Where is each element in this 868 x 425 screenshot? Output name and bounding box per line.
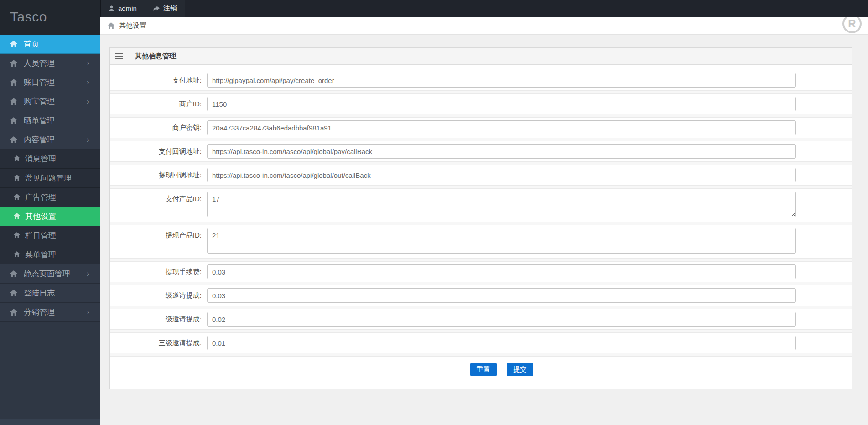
chevron-right-icon: ›	[87, 96, 89, 106]
sidebar-subitem-faq[interactable]: 常见问题管理	[0, 169, 100, 188]
level2-commission-input[interactable]	[207, 312, 796, 327]
withdraw-fee-input[interactable]	[207, 264, 796, 279]
sidebar-item-accounts[interactable]: 账目管理 ›	[0, 73, 100, 92]
home-icon	[10, 136, 17, 143]
row-separator	[110, 114, 852, 118]
app-logo: Tasco	[0, 0, 100, 35]
home-icon	[10, 60, 17, 67]
sidebar-item-label: 其他设置	[25, 211, 56, 222]
home-icon	[14, 251, 20, 258]
row-separator	[110, 329, 852, 333]
sidebar-item-distribution[interactable]: 分销管理 ›	[0, 303, 100, 322]
sidebar-subitem-ads[interactable]: 广告管理	[0, 188, 100, 207]
sidebar-item-home[interactable]: 首页	[0, 35, 100, 54]
sidebar-item-static-pages[interactable]: 静态页面管理 ›	[0, 264, 100, 284]
row-separator	[110, 258, 852, 262]
reset-button[interactable]: 重置	[470, 363, 497, 376]
sidebar: Tasco 首页 人员管理 › 账目管理 › 购宝管理 › 晒单管理 内容管理 …	[0, 0, 100, 425]
home-icon	[10, 117, 17, 124]
pay-callback-input[interactable]	[207, 144, 796, 159]
sidebar-item-personnel[interactable]: 人员管理 ›	[0, 54, 100, 73]
sidebar-item-label: 购宝管理	[24, 96, 55, 107]
user-menu[interactable]: admin	[100, 0, 145, 17]
sidebar-subitem-columns[interactable]: 栏目管理	[0, 226, 100, 245]
field-label: 一级邀请提成:	[110, 288, 207, 303]
sidebar-item-label: 栏目管理	[25, 230, 56, 241]
home-icon	[14, 194, 20, 201]
sidebar-footer	[0, 419, 100, 425]
sidebar-item-label: 首页	[24, 39, 39, 49]
username: admin	[118, 5, 137, 12]
chevron-right-icon: ›	[87, 135, 89, 144]
field-label: 支付回调地址:	[110, 144, 207, 159]
panel-title: 其他信息管理	[128, 48, 176, 64]
field-label: 提现回调地址:	[110, 168, 207, 182]
hamburger-icon	[115, 53, 123, 59]
sidebar-item-label: 消息管理	[25, 154, 56, 164]
sidebar-item-label: 晒单管理	[24, 115, 55, 126]
home-icon	[14, 155, 20, 162]
form-row: 提现手续费:	[110, 262, 852, 282]
row-separator	[110, 161, 852, 165]
chevron-right-icon: ›	[87, 269, 89, 278]
form-row: 商户ID:	[110, 94, 852, 114]
field-label: 支付地址:	[110, 73, 207, 88]
user-icon	[109, 5, 114, 11]
level3-commission-input[interactable]	[207, 336, 796, 350]
pay-address-input[interactable]	[207, 73, 796, 88]
sidebar-subitem-messages[interactable]: 消息管理	[0, 150, 100, 169]
collapse-button[interactable]	[110, 48, 128, 64]
row-separator	[110, 185, 852, 189]
level1-commission-input[interactable]	[207, 288, 796, 303]
button-row: 重置 提交	[207, 357, 796, 379]
field-label: 提现产品ID:	[110, 228, 207, 243]
pay-product-id-textarea[interactable]: 17	[207, 192, 796, 217]
sidebar-item-label: 人员管理	[24, 58, 55, 68]
home-icon	[14, 175, 20, 181]
logout-button[interactable]: 注销	[145, 0, 185, 17]
row-separator	[110, 138, 852, 141]
sidebar-item-label: 分销管理	[24, 307, 55, 317]
sidebar-item-content[interactable]: 内容管理 ›	[0, 130, 100, 150]
merchant-key-input[interactable]	[207, 120, 796, 135]
breadcrumb-title: 其他设置	[119, 21, 146, 30]
form-row: 一级邀请提成:	[110, 285, 852, 306]
chevron-right-icon: ›	[87, 77, 89, 87]
sidebar-item-label: 菜单管理	[25, 249, 56, 260]
registered-mark-icon: R	[842, 17, 862, 33]
main-content: 其他信息管理 支付地址: 商户ID: 商户密钥: 支付回调地址:	[100, 35, 868, 425]
row-separator	[110, 306, 852, 309]
form-row: 提现产品ID: 21	[110, 225, 852, 258]
withdraw-callback-input[interactable]	[207, 168, 796, 182]
form-row: 支付回调地址:	[110, 141, 852, 161]
field-label: 提现手续费:	[110, 264, 207, 279]
withdraw-product-id-textarea[interactable]: 21	[207, 228, 796, 254]
sidebar-item-purchase[interactable]: 购宝管理 ›	[0, 92, 100, 111]
settings-form: 支付地址: 商户ID: 商户密钥: 支付回调地址: 提现回调地址:	[110, 65, 852, 389]
sidebar-subitem-menus[interactable]: 菜单管理	[0, 245, 100, 264]
home-icon	[10, 290, 17, 296]
sidebar-subitem-other-settings[interactable]: 其他设置	[0, 207, 100, 226]
form-row: 提现回调地址:	[110, 165, 852, 185]
sidebar-item-label: 账目管理	[24, 77, 55, 88]
settings-panel: 其他信息管理 支付地址: 商户ID: 商户密钥: 支付回调地址:	[109, 47, 852, 389]
submit-button[interactable]: 提交	[507, 363, 533, 376]
sidebar-item-share-orders[interactable]: 晒单管理	[0, 111, 100, 130]
form-row: 二级邀请提成:	[110, 309, 852, 329]
chevron-right-icon: ›	[87, 58, 89, 67]
form-row: 支付产品ID: 17	[110, 189, 852, 222]
field-label: 商户ID:	[110, 97, 207, 111]
sidebar-item-label: 内容管理	[24, 135, 55, 145]
home-icon	[10, 41, 17, 47]
sidebar-item-login-logs[interactable]: 登陆日志	[0, 284, 100, 303]
home-icon	[14, 232, 20, 239]
form-row: 三级邀请提成:	[110, 333, 852, 353]
field-label: 支付产品ID:	[110, 192, 207, 206]
row-separator	[110, 353, 852, 357]
field-label: 二级邀请提成:	[110, 312, 207, 327]
home-icon	[10, 98, 17, 105]
home-icon	[14, 213, 20, 220]
merchant-id-input[interactable]	[207, 97, 796, 111]
sidebar-item-label: 广告管理	[25, 192, 56, 202]
home-icon	[10, 309, 17, 316]
